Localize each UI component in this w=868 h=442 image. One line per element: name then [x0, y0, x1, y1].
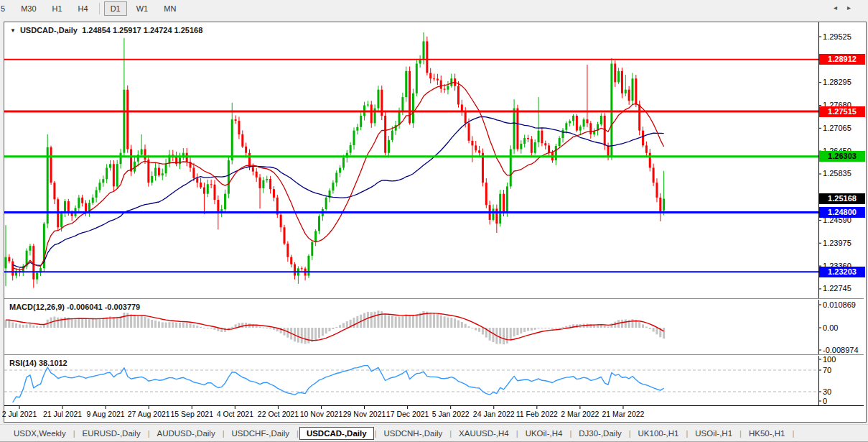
candle — [572, 116, 574, 121]
date-label-22-oct-2021: 22 Oct 2021 — [258, 410, 299, 418]
candle — [284, 227, 286, 244]
candle — [450, 78, 452, 86]
candle — [50, 147, 52, 183]
candle — [162, 173, 164, 175]
candle — [102, 179, 104, 183]
candle — [126, 90, 129, 149]
candle — [471, 141, 473, 146]
candle — [29, 246, 31, 251]
date-label-21-mar-2022: 21 Mar 2022 — [602, 410, 644, 418]
price-badge-1.23203: 1.23203 — [819, 267, 865, 277]
candle — [614, 64, 616, 83]
price-tick-1.29525: 1.29525 — [823, 33, 866, 41]
candle — [210, 184, 213, 185]
price-badge-1.24800: 1.24800 — [819, 207, 865, 218]
candle — [307, 256, 309, 276]
price-badge-1.28912: 1.28912 — [819, 54, 865, 65]
candle — [495, 208, 498, 224]
candle — [60, 213, 62, 227]
candle — [475, 145, 477, 150]
date-label-9-aug-2021: 9 Aug 2021 — [87, 410, 125, 418]
candle — [655, 183, 658, 198]
candle — [224, 194, 226, 210]
candle — [429, 73, 431, 78]
time-axis-line — [4, 405, 864, 406]
candle — [109, 164, 111, 167]
macd-signal-line — [6, 313, 664, 341]
candle — [335, 172, 337, 183]
macd-tick--0.008974: -0.008974 — [823, 346, 866, 354]
candle — [228, 160, 230, 194]
candle — [342, 157, 345, 167]
candle — [95, 190, 98, 198]
chart-canvas[interactable] — [0, 0, 868, 442]
candle — [447, 86, 449, 90]
candle — [391, 131, 393, 140]
candle — [503, 194, 505, 213]
candle — [196, 178, 198, 183]
candle — [92, 198, 94, 203]
pane-separator-rsi[interactable] — [4, 354, 864, 356]
price-tick-1.27065: 1.27065 — [823, 124, 866, 132]
candle — [231, 119, 233, 160]
price-tick-1.25835: 1.25835 — [823, 170, 866, 178]
date-label-17-dec-2021: 17 Dec 2021 — [386, 410, 429, 418]
candle — [478, 150, 480, 152]
candle — [350, 145, 352, 153]
candle — [607, 145, 610, 157]
candle — [384, 116, 386, 153]
price-tick-1.28295: 1.28295 — [823, 78, 866, 86]
chevron-down-icon: ▼ — [10, 27, 16, 34]
rsi-tick-70: 70 — [823, 367, 866, 374]
candle — [259, 178, 261, 188]
candle — [653, 167, 655, 183]
date-label-21-jul-2021: 21 Jul 2021 — [43, 410, 82, 418]
candle — [85, 203, 87, 213]
candle — [465, 112, 467, 124]
candle — [562, 130, 564, 138]
candle — [290, 257, 292, 264]
candle — [527, 138, 529, 139]
date-label-27-aug-2021: 27 Aug 2021 — [128, 410, 170, 418]
pane-separator-macd[interactable] — [4, 298, 864, 300]
candle — [200, 183, 202, 187]
candle — [493, 208, 495, 220]
candle — [510, 149, 512, 187]
price-badge-1.26303: 1.26303 — [819, 151, 865, 162]
candle — [367, 104, 369, 105]
date-label-2-mar-2022: 2 Mar 2022 — [561, 410, 599, 418]
candle — [538, 131, 540, 142]
candle — [485, 183, 487, 205]
candle — [513, 109, 515, 149]
candle — [625, 90, 627, 93]
rsi-tick-30: 30 — [823, 388, 866, 396]
candle — [294, 264, 296, 276]
candle — [64, 201, 66, 213]
candle — [113, 164, 115, 186]
macd-tick-0.00: 0.00 — [823, 324, 866, 332]
horizontal-levels — [4, 60, 818, 272]
candle — [332, 183, 334, 190]
macd-label: MACD(12,26,9) -0.006041 -0.003779 — [9, 303, 140, 311]
candle — [179, 157, 181, 164]
candle — [203, 188, 205, 194]
candle — [5, 257, 7, 269]
candle — [645, 145, 648, 152]
candle — [301, 268, 303, 269]
macd-values: -0.006041 -0.003779 — [67, 303, 140, 311]
candle — [360, 116, 362, 127]
candle — [569, 121, 571, 123]
candle — [154, 167, 157, 175]
candle — [412, 93, 414, 123]
candle — [214, 185, 216, 200]
candle — [106, 167, 108, 179]
candle — [273, 189, 275, 198]
candle — [604, 116, 606, 145]
candle — [256, 172, 258, 178]
rsi-line — [13, 366, 664, 403]
candle — [589, 123, 592, 134]
candle — [468, 123, 470, 141]
date-label-4-oct-2021: 4 Oct 2021 — [217, 410, 253, 418]
candle — [130, 149, 132, 172]
candle — [663, 199, 665, 211]
